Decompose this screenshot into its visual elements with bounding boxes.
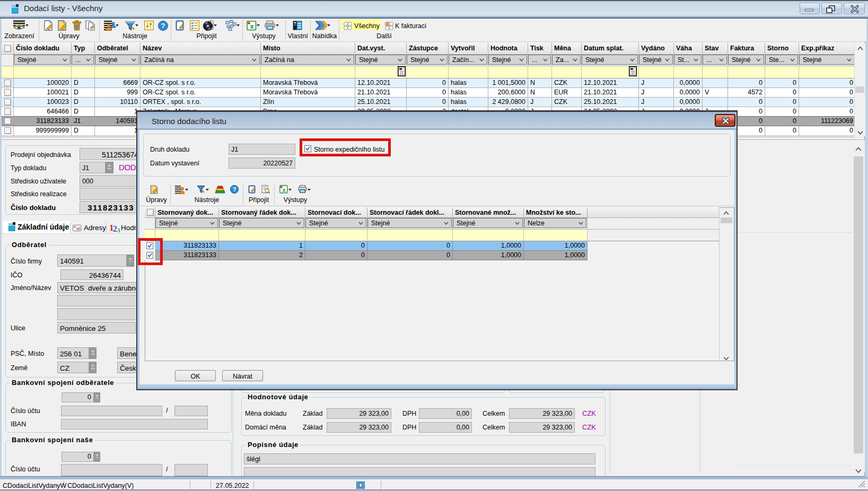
svg-text:?: ?: [233, 186, 236, 192]
svg-text:2: 2: [113, 224, 117, 232]
svg-text:3: 3: [117, 227, 120, 232]
svg-text:x: x: [282, 187, 286, 193]
svg-text:?: ?: [161, 22, 165, 30]
svg-text:x: x: [250, 22, 254, 30]
